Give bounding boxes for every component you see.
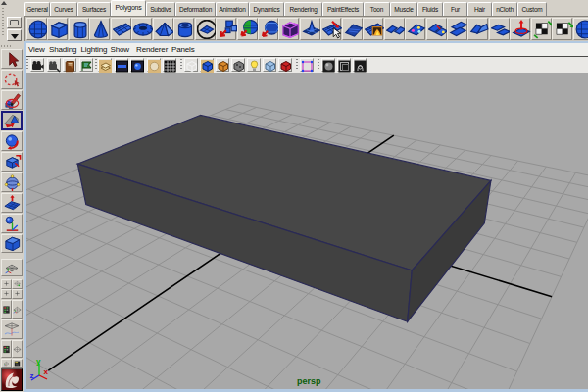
svg-text:persp: persp — [297, 376, 321, 386]
svg-text:x: x — [44, 368, 49, 376]
svg-text:z: z — [30, 371, 34, 380]
svg-text:y: y — [36, 357, 41, 366]
